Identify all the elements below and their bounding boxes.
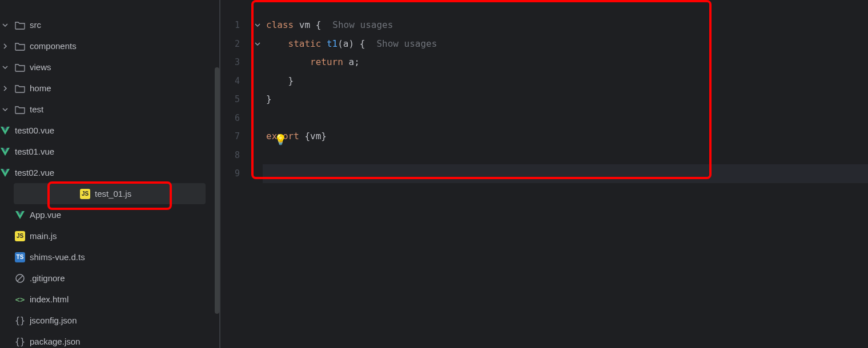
line-number: 3 bbox=[220, 53, 252, 72]
usages-hint[interactable]: Show usages bbox=[332, 19, 393, 30]
line-number: 6 bbox=[220, 109, 252, 128]
usages-hint[interactable]: Show usages bbox=[376, 38, 437, 49]
code-editor[interactable]: 1 2 3 4 5 6 7 8 9 class vm {Show usages … bbox=[220, 0, 868, 348]
tree-label: jsconfig.json bbox=[30, 315, 77, 325]
tree-label: .gitignore bbox=[30, 273, 65, 283]
tree-label: main.js bbox=[30, 231, 57, 241]
code-line bbox=[263, 109, 868, 128]
line-number: 5 bbox=[220, 90, 252, 109]
json-icon: {} bbox=[15, 315, 25, 326]
js-icon: JS bbox=[80, 189, 90, 199]
tree-file-package[interactable]: {} package.json bbox=[0, 331, 219, 348]
ts-icon: TS bbox=[15, 252, 25, 262]
code-line: return a; bbox=[263, 53, 868, 72]
tree-folder-home[interactable]: home bbox=[0, 78, 219, 99]
tree-label: App.vue bbox=[30, 210, 61, 220]
code-content[interactable]: class vm {Show usages static t1(a) {Show… bbox=[263, 0, 868, 348]
folder-icon bbox=[15, 83, 25, 94]
code-line bbox=[263, 146, 868, 165]
chevron-down-icon bbox=[0, 104, 10, 115]
line-number: 2 bbox=[220, 35, 252, 54]
tree-label: test bbox=[30, 104, 43, 114]
vue-icon bbox=[0, 168, 10, 178]
fold-toggle[interactable] bbox=[252, 35, 263, 54]
tree-label: index.html bbox=[30, 294, 69, 304]
tree-label: views bbox=[30, 62, 51, 72]
line-number: 8 bbox=[220, 146, 252, 165]
tree-file-test01[interactable]: test01.vue bbox=[0, 141, 219, 162]
tree-folder-components[interactable]: components bbox=[0, 35, 219, 56]
folder-icon bbox=[15, 104, 25, 115]
tree-label: package.json bbox=[30, 337, 80, 346]
tree-label: components bbox=[30, 41, 77, 51]
chevron-right-icon bbox=[0, 83, 10, 94]
file-tree-sidebar[interactable]: src components views home test test00.vu… bbox=[0, 0, 219, 348]
intention-bulb-icon[interactable]: 💡 bbox=[274, 133, 287, 145]
code-line: } bbox=[263, 72, 868, 91]
tree-label: test01.vue bbox=[15, 147, 54, 156]
folder-icon bbox=[15, 20, 25, 30]
tree-folder-test[interactable]: test bbox=[0, 99, 219, 120]
fold-gutter bbox=[252, 0, 263, 348]
line-number: 1 bbox=[220, 16, 252, 35]
tree-label: test00.vue bbox=[15, 126, 54, 135]
chevron-down-icon bbox=[0, 62, 10, 72]
vue-icon bbox=[15, 210, 25, 220]
tree-label: shims-vue.d.ts bbox=[30, 252, 85, 262]
tree-file-gitignore[interactable]: .gitignore bbox=[0, 268, 219, 289]
vue-icon bbox=[0, 147, 10, 157]
vue-icon bbox=[0, 126, 10, 136]
tree-label: src bbox=[30, 20, 41, 30]
html-icon: <> bbox=[15, 294, 25, 305]
tree-folder-views[interactable]: views bbox=[0, 56, 219, 78]
json-icon: {} bbox=[15, 337, 25, 347]
line-number: 7 bbox=[220, 127, 252, 146]
code-line: export {vm} bbox=[263, 127, 868, 146]
chevron-down-icon bbox=[0, 20, 10, 30]
tree-file-main-js[interactable]: JS main.js bbox=[0, 225, 219, 246]
line-number-gutter: 1 2 3 4 5 6 7 8 9 bbox=[220, 0, 252, 348]
tree-file-shims[interactable]: TS shims-vue.d.ts bbox=[0, 246, 219, 268]
code-line: } bbox=[263, 90, 868, 109]
folder-icon bbox=[15, 41, 25, 51]
chevron-right-icon bbox=[0, 41, 10, 51]
svg-line-1 bbox=[17, 276, 23, 281]
code-line-current bbox=[263, 164, 868, 183]
tree-file-index-html[interactable]: <> index.html bbox=[0, 289, 219, 310]
line-number: 4 bbox=[220, 72, 252, 91]
sidebar-scrollbar[interactable] bbox=[215, 67, 219, 314]
tree-label: home bbox=[30, 83, 51, 93]
code-line: static t1(a) {Show usages bbox=[263, 35, 868, 54]
tree-file-test-01-js[interactable]: JS test_01.js bbox=[14, 183, 206, 204]
ignore-icon bbox=[15, 273, 25, 284]
folder-icon bbox=[15, 62, 25, 72]
tree-label: test02.vue bbox=[15, 168, 54, 177]
tree-file-app-vue[interactable]: App.vue bbox=[0, 204, 219, 225]
tree-file-jsconfig[interactable]: {} jsconfig.json bbox=[0, 310, 219, 331]
code-line: class vm {Show usages bbox=[263, 16, 868, 35]
tree-file-test02[interactable]: test02.vue bbox=[0, 162, 219, 183]
tree-label: test_01.js bbox=[95, 189, 131, 199]
js-icon: JS bbox=[15, 231, 25, 241]
line-number: 9 bbox=[220, 164, 252, 183]
tree-folder-src[interactable]: src bbox=[0, 14, 219, 35]
fold-toggle[interactable] bbox=[252, 16, 263, 35]
tree-file-test00[interactable]: test00.vue bbox=[0, 120, 219, 141]
